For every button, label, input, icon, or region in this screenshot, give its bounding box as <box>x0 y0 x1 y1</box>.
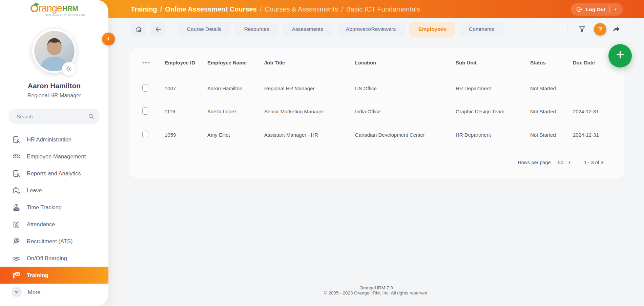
table-row[interactable]: 1059 Amy Elliot Assistant Manager - HR C… <box>129 123 624 146</box>
hr-administration-icon <box>12 135 21 144</box>
sidebar-item-time-tracking[interactable]: Time Tracking <box>0 199 108 216</box>
cell-employee-name: Adella Lopez <box>207 109 264 114</box>
tab-comments[interactable]: Comments <box>460 22 503 37</box>
table-row[interactable]: 1116 Adella Lopez Senior Marketing Manag… <box>129 100 624 123</box>
column-header-status: Status <box>530 60 573 65</box>
chevron-down-icon <box>12 287 22 297</box>
sidebar-item-label: Attendance <box>27 221 55 228</box>
table-row[interactable]: 1007 Aaron Hamilton Regional HR Manager … <box>129 77 624 100</box>
sidebar-item-more[interactable]: More <box>0 284 108 301</box>
rows-per-page-label: Rows per page <box>518 160 551 165</box>
tab-assessments[interactable]: Assessments <box>283 22 332 37</box>
logout-dropdown-caret[interactable]: ▼ <box>614 8 619 11</box>
tab-resources[interactable]: Resources <box>235 22 278 37</box>
sidebar-item-label: Training <box>27 272 48 279</box>
back-button[interactable] <box>150 22 166 37</box>
footer: OrangeHRM 7.9 © 2005 - 2023 OrangeHRM, I… <box>108 285 644 295</box>
logo-text-orange: range <box>39 3 62 13</box>
row-checkbox[interactable] <box>142 107 148 115</box>
breadcrumb-section[interactable]: Online Assessment Courses <box>165 5 256 13</box>
breadcrumb-separator: / <box>260 5 262 13</box>
cell-status: Not Started <box>530 85 573 91</box>
breadcrumb-module[interactable]: Training <box>131 5 157 13</box>
pagination: Rows per page 50 ▼ 1 - 3 of 3 <box>129 146 624 178</box>
rows-per-page-select[interactable]: 50 ▼ <box>558 160 571 165</box>
column-header-job-title: Job Title <box>264 60 355 65</box>
attendance-icon <box>12 220 21 229</box>
table-body: 1007 Aaron Hamilton Regional HR Manager … <box>129 77 624 146</box>
home-button[interactable] <box>131 22 146 37</box>
cell-status: Not Started <box>530 109 573 114</box>
logo-text-green: HRM <box>62 5 78 12</box>
cell-employee-id: 1059 <box>165 132 207 138</box>
breadcrumb-current: Basic ICT Fundamentals <box>346 5 420 13</box>
sidebar-item-recruitment[interactable]: Recruitment (ATS) <box>0 233 108 250</box>
footer-copyright: © 2005 - 2023 OrangeHRM, Inc. All rights… <box>108 290 644 295</box>
column-header-due-date: Due Date <box>573 60 614 65</box>
sidebar-item-onoff-boarding[interactable]: On/Off Boarding <box>0 250 108 267</box>
row-checkbox[interactable] <box>142 131 148 138</box>
cell-sub-unit: Graphic Design Team <box>456 109 530 114</box>
column-header-sub-unit: Sub Unit <box>456 60 530 65</box>
sidebar-collapse-button[interactable]: ‹ <box>102 33 115 45</box>
sidebar-item-attendance[interactable]: Attendance <box>0 216 108 233</box>
profile-settings-button[interactable] <box>62 62 76 76</box>
search-input[interactable] <box>16 113 88 120</box>
share-button[interactable] <box>610 23 623 36</box>
back-arrow-icon <box>154 25 162 33</box>
sidebar-item-label: On/Off Boarding <box>27 255 67 262</box>
sidebar-item-hr-administration[interactable]: HR Administration <box>0 131 108 148</box>
sidebar-item-leave[interactable]: Leave <box>0 182 108 199</box>
cell-status: Not Started <box>530 132 573 138</box>
employees-table-card: ••• Employee ID Employee Name Job Title … <box>129 49 624 178</box>
plus-icon: + <box>616 48 624 62</box>
sidebar: range HRM NEW LEVEL OF HR MANAGEMENT Aar… <box>0 0 108 306</box>
sidebar-item-label: Leave <box>27 187 42 194</box>
recruitment-icon <box>12 237 21 246</box>
course-tab-bar: Course Details Resources Assessments App… <box>108 18 644 40</box>
onoff-boarding-icon <box>12 254 21 263</box>
sidebar-item-label: Reports and Analytics <box>27 170 81 177</box>
cell-sub-unit: HR Department <box>456 85 530 91</box>
page-range: 1 - 3 of 3 <box>584 160 603 165</box>
question-mark-icon: ? <box>598 25 602 33</box>
logo-leaf-icon <box>34 2 39 6</box>
logout-label: Log Out <box>586 6 605 12</box>
sidebar-item-label: Recruitment (ATS) <box>27 238 72 245</box>
breadcrumb: Training / Online Assessment Courses / C… <box>131 0 420 18</box>
logo-orange-icon <box>30 4 38 12</box>
copyright-suffix: . All rights reserved. <box>389 290 429 295</box>
copyright-prefix: © 2005 - 2023 <box>324 290 354 295</box>
training-icon <box>12 271 21 280</box>
search-icon[interactable] <box>88 113 95 120</box>
breadcrumb-subsection[interactable]: Courses & Assessments <box>265 5 338 13</box>
tab-approvers-reviewers[interactable]: Approvers/Reviewers <box>337 22 405 37</box>
logout-icon <box>576 6 583 13</box>
actions-divider <box>567 22 567 36</box>
sidebar-item-training[interactable]: Training <box>0 267 108 284</box>
tab-course-details[interactable]: Course Details <box>178 22 231 37</box>
logout-button[interactable]: Log Out ▼ <box>571 3 623 16</box>
row-checkbox[interactable] <box>142 84 148 92</box>
help-button[interactable]: ? <box>594 23 606 36</box>
sidebar-item-employee-management[interactable]: Employee Management <box>0 148 108 165</box>
cell-sub-unit: HR Department <box>456 132 530 138</box>
add-employee-button[interactable]: + <box>608 44 632 68</box>
table-header-row: ••• Employee ID Employee Name Job Title … <box>129 49 624 77</box>
breadcrumb-separator: / <box>341 5 343 13</box>
cell-due-date: 2024-12-31 <box>573 132 614 138</box>
rows-per-page-value: 50 <box>558 160 563 165</box>
orangehrm-inc-link[interactable]: OrangeHRM, Inc <box>354 290 388 295</box>
sidebar-menu: HR Administration Employee Management <box>0 131 108 301</box>
filter-button[interactable] <box>573 23 590 35</box>
sidebar-item-reports-analytics[interactable]: Reports and Analytics <box>0 165 108 182</box>
column-options-icon[interactable]: ••• <box>142 59 165 66</box>
leave-icon <box>12 186 21 195</box>
sidebar-search <box>8 109 100 124</box>
cell-employee-name: Aaron Hamilton <box>207 85 264 91</box>
chevron-left-icon: ‹ <box>107 35 109 42</box>
share-arrow-icon <box>612 25 621 34</box>
caret-down-icon: ▼ <box>568 161 571 164</box>
reports-analytics-icon <box>12 169 21 178</box>
tab-employees[interactable]: Employees <box>409 22 455 37</box>
